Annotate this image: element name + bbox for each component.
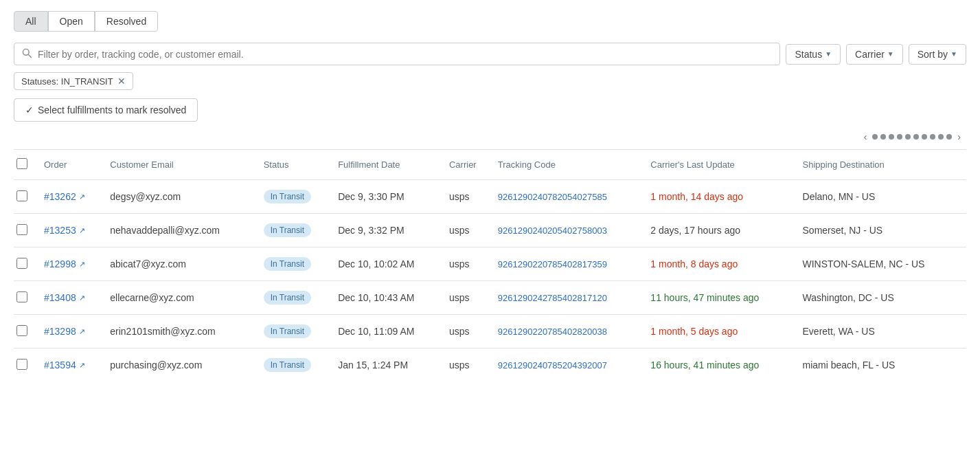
email-cell: erin2101smith@xyz.com — [104, 315, 258, 349]
page-dot-9[interactable] — [938, 134, 944, 140]
external-link-icon: ↗ — [79, 226, 85, 235]
page-dot-10[interactable] — [946, 134, 952, 140]
order-link[interactable]: #13408 ↗ — [44, 292, 99, 303]
tracking-code-link[interactable]: 9261290220785402817359 — [498, 259, 607, 269]
fulfillment-date-cell: Jan 15, 1:24 PM — [332, 349, 444, 382]
order-cell: #13408 ↗ — [38, 281, 104, 315]
remove-filter-icon[interactable]: ✕ — [117, 76, 126, 87]
col-destination: Shipping Destination — [797, 150, 966, 180]
status-cell: In Transit — [258, 180, 333, 214]
col-carrier: Carrier — [444, 150, 492, 180]
fulfillment-date-cell: Dec 9, 3:32 PM — [332, 214, 444, 247]
resolve-button[interactable]: ✓ Select fulfillments to mark resolved — [14, 98, 198, 122]
tracking-code-link[interactable]: 9261290240782054027585 — [498, 192, 607, 202]
page-dot-6[interactable] — [913, 134, 919, 140]
fulfillment-date-cell: Dec 10, 10:02 AM — [332, 247, 444, 281]
pagination-prev[interactable]: ‹ — [861, 130, 870, 144]
row-checkbox-0[interactable] — [16, 190, 27, 201]
row-checkbox-1[interactable] — [16, 224, 27, 235]
order-link[interactable]: #12998 ↗ — [44, 258, 99, 269]
email-cell: nehavaddepalli@xyz.com — [104, 214, 258, 247]
col-order: Order — [38, 150, 104, 180]
col-email: Customer Email — [104, 150, 258, 180]
table-row: #13594 ↗purchasing@xyz.comIn TransitJan … — [14, 349, 966, 382]
fulfillment-date-cell: Dec 9, 3:30 PM — [332, 180, 444, 214]
pagination-next[interactable]: › — [955, 130, 964, 144]
tracking-code-link[interactable]: 9261290220785402820038 — [498, 327, 607, 337]
order-link[interactable]: #13253 ↗ — [44, 225, 99, 236]
page-dot-3[interactable] — [889, 134, 894, 140]
status-filter-button[interactable]: Status ▼ — [786, 44, 841, 65]
page-dot-1[interactable] — [872, 134, 878, 140]
order-link[interactable]: #13298 ↗ — [44, 326, 99, 337]
carrier-cell: usps — [444, 315, 492, 349]
search-icon — [21, 47, 32, 60]
row-checkbox-2[interactable] — [16, 258, 27, 269]
svg-line-1 — [28, 54, 31, 57]
carrier-filter-button[interactable]: Carrier ▼ — [846, 44, 903, 65]
col-tracking-code: Tracking Code — [492, 150, 646, 180]
page-dot-8[interactable] — [930, 134, 935, 140]
status-cell: In Transit — [258, 281, 333, 315]
table-wrap: Order Customer Email Status Fulfillment … — [14, 149, 966, 382]
svg-point-0 — [23, 49, 29, 55]
select-all-checkbox[interactable] — [16, 158, 27, 169]
page-dot-7[interactable] — [922, 134, 927, 140]
last-update-cell: 1 month, 14 days ago — [645, 180, 797, 214]
row-checkbox-3[interactable] — [16, 291, 27, 302]
tracking-code-link[interactable]: 9261290242785402817120 — [498, 293, 607, 303]
tab-resolved[interactable]: Resolved — [95, 11, 158, 32]
status-cell: In Transit — [258, 349, 333, 382]
email-cell: degsy@xyz.com — [104, 180, 258, 214]
status-cell: In Transit — [258, 214, 333, 247]
tracking-code-cell: 9261290220785402820038 — [492, 315, 646, 349]
last-update-cell: 16 hours, 41 minutes ago — [645, 349, 797, 382]
order-link[interactable]: #13594 ↗ — [44, 360, 99, 371]
tab-open[interactable]: Open — [48, 11, 95, 32]
fulfillment-date-cell: Dec 10, 11:09 AM — [332, 315, 444, 349]
row-checkbox-5[interactable] — [16, 359, 27, 370]
tracking-code-cell: 9261290240205402758003 — [492, 214, 646, 247]
order-link[interactable]: #13262 ↗ — [44, 191, 99, 202]
table-row: #13253 ↗nehavaddepalli@xyz.comIn Transit… — [14, 214, 966, 247]
tracking-code-cell: 9261290240782054027585 — [492, 180, 646, 214]
status-badge: In Transit — [264, 324, 311, 338]
external-link-icon: ↗ — [79, 294, 85, 302]
row-checkbox-cell — [14, 315, 38, 349]
page-dot-2[interactable] — [880, 134, 886, 140]
tracking-code-cell: 9261290242785402817120 — [492, 281, 646, 315]
status-cell: In Transit — [258, 315, 333, 349]
table-row: #12998 ↗abicat7@xyz.comIn TransitDec 10,… — [14, 247, 966, 281]
external-link-icon: ↗ — [79, 361, 85, 370]
tab-all[interactable]: All — [14, 11, 48, 32]
table-row: #13262 ↗degsy@xyz.comIn TransitDec 9, 3:… — [14, 180, 966, 214]
select-all-header — [14, 150, 38, 180]
search-input[interactable] — [38, 49, 773, 60]
tracking-code-link[interactable]: 9261290240785204392007 — [498, 360, 607, 371]
order-cell: #13262 ↗ — [38, 180, 104, 214]
status-badge: In Transit — [264, 223, 311, 237]
fulfillment-date-cell: Dec 10, 10:43 AM — [332, 281, 444, 315]
sort-by-button[interactable]: Sort by ▼ — [909, 44, 966, 65]
page-container: All Open Resolved Status ▼ Carrier ▼ Sor… — [0, 0, 980, 464]
page-dot-4[interactable] — [897, 134, 902, 140]
last-update-cell: 2 days, 17 hours ago — [645, 214, 797, 247]
status-badge: In Transit — [264, 291, 311, 305]
chevron-down-icon: ▼ — [950, 50, 957, 58]
order-cell: #13298 ↗ — [38, 315, 104, 349]
carrier-cell: usps — [444, 180, 492, 214]
row-checkbox-cell — [14, 214, 38, 247]
last-update-cell: 1 month, 5 days ago — [645, 315, 797, 349]
email-cell: abicat7@xyz.com — [104, 247, 258, 281]
row-checkbox-4[interactable] — [16, 325, 27, 336]
search-wrapper — [14, 43, 780, 65]
update-time: 1 month, 5 days ago — [650, 326, 738, 337]
page-dot-5[interactable] — [905, 134, 911, 140]
col-status: Status — [258, 150, 333, 180]
email-cell: ellecarne@xyz.com — [104, 281, 258, 315]
update-time: 16 hours, 41 minutes ago — [650, 360, 759, 371]
tracking-code-link[interactable]: 9261290240205402758003 — [498, 225, 607, 236]
update-time: 1 month, 8 days ago — [650, 258, 738, 269]
chevron-down-icon: ▼ — [825, 50, 832, 58]
destination-cell: Everett, WA - US — [797, 315, 966, 349]
